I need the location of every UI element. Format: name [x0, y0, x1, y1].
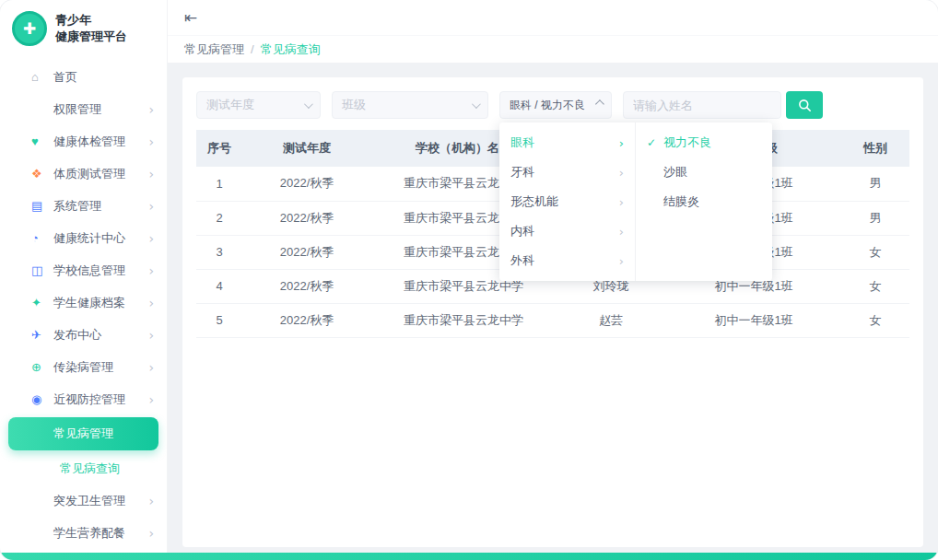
sidebar-item-label: 健康统计中心: [53, 230, 148, 247]
cell-no: 3: [196, 235, 242, 269]
option-label: 眼科: [510, 134, 619, 151]
cascader-option-conjunctivitis[interactable]: 结膜炎: [636, 187, 772, 216]
sidebar-item-permissions[interactable]: 权限管理 ›: [0, 93, 167, 125]
cell-year: 2022/秋季: [242, 201, 371, 235]
class-select[interactable]: 班级: [332, 91, 488, 119]
sidebar-item-label: 传染病管理: [53, 359, 148, 376]
sidebar-item-emergency-health[interactable]: 突发卫生管理 ›: [0, 484, 167, 517]
sidebar-item-label: 学校信息管理: [53, 262, 148, 279]
fitness-test-icon: ❖: [31, 167, 53, 181]
disease-cascader[interactable]: 眼科 / 视力不良: [499, 91, 612, 119]
sidebar-item-myopia-control[interactable]: ◉ 近视防控管理 ›: [0, 383, 167, 415]
cell-year: 2022/秋季: [242, 235, 371, 269]
cell-grade-class: 初中一年级1班: [666, 303, 841, 337]
cell-gender: 男: [841, 201, 909, 235]
system-icon: ▤: [31, 199, 53, 213]
disease-cascader-value: 眼科 / 视力不良: [510, 98, 585, 113]
app-logo: ✚ 青少年 健康管理平台: [0, 0, 167, 59]
breadcrumb-parent[interactable]: 常见病管理: [184, 41, 244, 58]
myopia-control-icon: ◉: [31, 392, 53, 406]
option-label: 形态机能: [510, 193, 619, 210]
sidebar-item-label: 发布中心: [53, 327, 148, 344]
sidebar-item-label: 学生营养配餐: [53, 525, 148, 542]
app-title-line2: 健康管理平台: [55, 29, 127, 45]
option-label: 外科: [510, 252, 619, 269]
app-window: ✚ 青少年 健康管理平台 ⌂ 首页 权限管理 › ♥ 健康体检管理 ›: [0, 0, 938, 560]
name-search-input[interactable]: [623, 91, 781, 119]
chevron-right-icon: ›: [148, 328, 154, 343]
sidebar-item-label: 学生健康档案: [53, 295, 148, 311]
stats-center-icon: ◔: [31, 231, 53, 245]
sidebar-item-student-archive[interactable]: ✦ 学生健康档案 ›: [0, 286, 167, 319]
sidebar-item-nutrition-catering[interactable]: 学生营养配餐 ›: [0, 517, 167, 549]
chevron-right-icon: ›: [148, 167, 154, 181]
cell-school: 重庆市梁平县云龙中学: [371, 303, 556, 337]
search-button[interactable]: [786, 91, 823, 119]
cell-no: 1: [196, 167, 242, 201]
sidebar-item-label: 突发卫生管理: [53, 493, 148, 509]
cell-gender: 女: [841, 303, 909, 337]
logo-icon: ✚: [12, 11, 47, 46]
chevron-right-icon: ›: [619, 136, 624, 150]
cascader-option-ophthalmology[interactable]: 眼科 ›: [499, 128, 635, 158]
cell-no: 4: [196, 269, 242, 303]
check-icon: ✓: [647, 136, 663, 149]
class-placeholder: 班级: [342, 97, 366, 113]
app-title: 青少年 健康管理平台: [55, 12, 127, 44]
query-card: 测试年度 班级 眼科 / 视力不良: [182, 77, 923, 547]
sidebar-item-label: 权限管理: [53, 101, 148, 118]
collapse-sidebar-icon[interactable]: ⇤: [184, 8, 197, 27]
option-label: 内科: [510, 223, 619, 239]
sidebar-item-common-disease[interactable]: 常见病管理: [8, 417, 158, 450]
health-exam-icon: ♥: [31, 134, 53, 148]
chevron-right-icon: ›: [148, 360, 154, 375]
column-header-gender: 性别: [841, 130, 909, 167]
sidebar-item-stats-center[interactable]: ◔ 健康统计中心 ›: [0, 222, 167, 254]
sidebar-item-publish-center[interactable]: ✈ 发布中心 ›: [0, 319, 167, 351]
option-label: 结膜炎: [663, 193, 761, 210]
cascader-option-morphology[interactable]: 形态机能 ›: [499, 187, 635, 216]
sidebar-item-school-info[interactable]: ◫ 学校信息管理 ›: [0, 254, 167, 286]
infectious-disease-icon: ⊕: [31, 360, 53, 374]
chevron-right-icon: ›: [619, 254, 624, 268]
cascader-option-trachoma[interactable]: 沙眼: [636, 158, 772, 187]
cell-gender: 男: [841, 167, 909, 201]
publish-center-icon: ✈: [31, 328, 53, 342]
sidebar-item-infectious-disease[interactable]: ⊕ 传染病管理 ›: [0, 351, 167, 383]
bottom-accent-bar: [0, 553, 938, 560]
filter-bar: 测试年度 班级 眼科 / 视力不良: [196, 91, 909, 119]
cascader-option-internal-medicine[interactable]: 内科 ›: [499, 216, 635, 246]
breadcrumb: 常见病管理 / 常见病查询: [168, 35, 938, 63]
chevron-right-icon: ›: [148, 526, 154, 541]
sidebar-item-label: 近视防控管理: [53, 391, 148, 408]
test-year-placeholder: 测试年度: [206, 97, 254, 113]
chevron-right-icon: ›: [148, 231, 154, 246]
sidebar-item-label: 常见病查询: [60, 461, 154, 477]
cascader-option-poor-vision[interactable]: ✓ 视力不良: [636, 128, 772, 158]
cascader-category-column: 眼科 › 牙科 › 形态机能 › 内科 ›: [499, 122, 636, 281]
school-info-icon: ◫: [31, 263, 53, 277]
sidebar-item-health-exam[interactable]: ♥ 健康体检管理 ›: [0, 125, 167, 158]
test-year-select[interactable]: 测试年度: [196, 91, 321, 119]
cascader-option-dental[interactable]: 牙科 ›: [499, 158, 635, 187]
sidebar-menu: ⌂ 首页 权限管理 › ♥ 健康体检管理 › ❖ 体质测试管理 › ▤ 系统: [0, 59, 167, 560]
chevron-right-icon: ›: [148, 296, 154, 310]
chevron-down-icon: [472, 99, 481, 109]
cascader-option-surgery[interactable]: 外科 ›: [499, 246, 635, 275]
sidebar-item-label: 首页: [53, 69, 154, 86]
chevron-right-icon: ›: [148, 494, 154, 508]
sidebar-item-home[interactable]: ⌂ 首页: [0, 61, 167, 93]
cell-name: 赵芸: [556, 303, 666, 337]
cell-gender: 女: [841, 269, 909, 303]
sidebar-item-label: 体质测试管理: [53, 166, 148, 182]
chevron-down-icon: [304, 99, 313, 109]
cell-year: 2022/秋季: [242, 269, 371, 303]
chevron-right-icon: ›: [619, 225, 624, 239]
chevron-right-icon: ›: [148, 199, 154, 214]
home-icon: ⌂: [31, 70, 53, 84]
search-group: [623, 91, 823, 119]
sidebar-item-common-disease-query[interactable]: 常见病查询: [0, 452, 167, 484]
sidebar-item-fitness-test[interactable]: ❖ 体质测试管理 ›: [0, 158, 167, 190]
chevron-right-icon: ›: [148, 134, 154, 149]
sidebar-item-system[interactable]: ▤ 系统管理 ›: [0, 190, 167, 222]
